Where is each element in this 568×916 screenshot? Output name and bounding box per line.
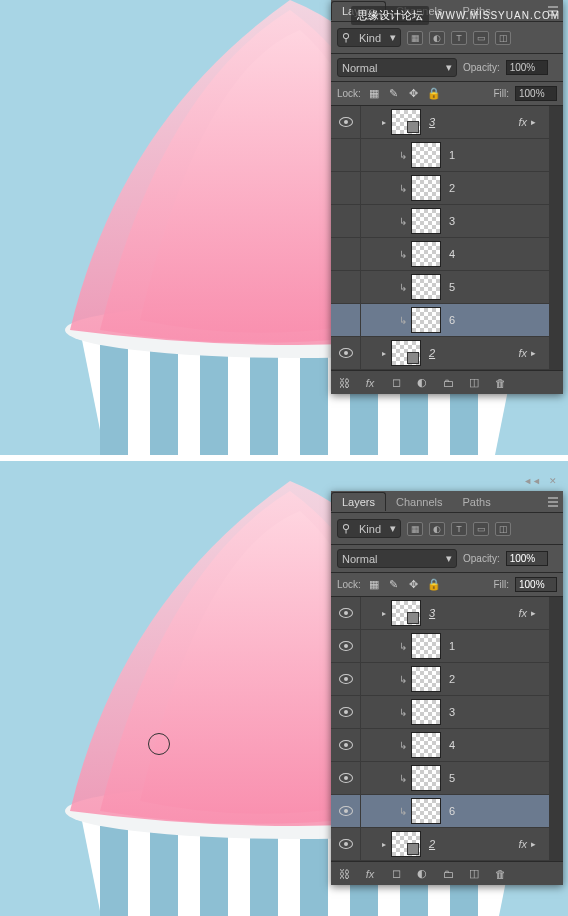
layer-thumbnail[interactable] — [391, 831, 421, 857]
lock-transparency-icon[interactable]: ▦ — [367, 87, 381, 101]
layer-row[interactable]: ▸3fx▸ — [331, 106, 549, 139]
layer-row[interactable]: ↳6 — [331, 795, 549, 828]
layer-name[interactable]: 2 — [449, 673, 455, 685]
visibility-toggle[interactable] — [331, 828, 361, 860]
layer-name[interactable]: 6 — [449, 314, 455, 326]
new-layer-icon[interactable]: ◫ — [467, 376, 481, 390]
visibility-toggle[interactable] — [331, 630, 361, 662]
visibility-toggle[interactable] — [331, 337, 361, 369]
layer-thumbnail[interactable] — [411, 699, 441, 725]
new-group-icon[interactable]: 🗀 — [441, 376, 455, 390]
visibility-toggle[interactable] — [331, 762, 361, 794]
layer-thumbnail[interactable] — [411, 142, 441, 168]
filter-pixel-icon[interactable]: ▦ — [407, 31, 423, 45]
lock-all-icon[interactable]: 🔒 — [427, 578, 441, 592]
layer-name[interactable]: 5 — [449, 772, 455, 784]
layer-name[interactable]: 3 — [429, 607, 435, 619]
fill-value[interactable]: 100% — [515, 86, 557, 101]
fx-indicator[interactable]: fx — [518, 347, 527, 359]
lock-position-icon[interactable]: ✥ — [407, 87, 421, 101]
fx-toggle-icon[interactable]: ▸ — [531, 839, 543, 849]
layer-name[interactable]: 3 — [429, 116, 435, 128]
layer-row[interactable]: ↳3 — [331, 696, 549, 729]
layer-row[interactable]: ▸2fx▸ — [331, 337, 549, 370]
tab-layers[interactable]: Layers — [331, 492, 386, 511]
layer-name[interactable]: 5 — [449, 281, 455, 293]
layer-thumbnail[interactable] — [411, 633, 441, 659]
filter-kind-select[interactable]: ⚲ Kind ▾ — [337, 519, 401, 538]
layer-row[interactable]: ▸2fx▸ — [331, 828, 549, 861]
blend-mode-select[interactable]: Normal ▾ — [337, 549, 457, 568]
layer-name[interactable]: 1 — [449, 640, 455, 652]
add-adjustment-icon[interactable]: ◐ — [415, 867, 429, 881]
layer-thumbnail[interactable] — [411, 798, 441, 824]
delete-layer-icon[interactable]: 🗑 — [493, 376, 507, 390]
layer-thumbnail[interactable] — [391, 340, 421, 366]
new-group-icon[interactable]: 🗀 — [441, 867, 455, 881]
add-fx-icon[interactable]: fx — [363, 867, 377, 881]
lock-position-icon[interactable]: ✥ — [407, 578, 421, 592]
lock-transparency-icon[interactable]: ▦ — [367, 578, 381, 592]
visibility-toggle[interactable] — [331, 696, 361, 728]
visibility-toggle[interactable] — [331, 106, 361, 138]
layer-row[interactable]: ↳4 — [331, 238, 549, 271]
add-mask-icon[interactable]: ◻ — [389, 867, 403, 881]
visibility-toggle[interactable] — [331, 597, 361, 629]
layer-name[interactable]: 2 — [449, 182, 455, 194]
add-mask-icon[interactable]: ◻ — [389, 376, 403, 390]
opacity-value[interactable]: 100% — [506, 551, 548, 566]
tab-paths[interactable]: Paths — [453, 493, 501, 511]
layer-thumbnail[interactable] — [411, 274, 441, 300]
layer-thumbnail[interactable] — [411, 666, 441, 692]
layer-name[interactable]: 4 — [449, 739, 455, 751]
layer-row[interactable]: ↳3 — [331, 205, 549, 238]
layer-name[interactable]: 2 — [429, 347, 435, 359]
layer-thumbnail[interactable] — [391, 109, 421, 135]
add-fx-icon[interactable]: fx — [363, 376, 377, 390]
layer-row[interactable]: ↳2 — [331, 663, 549, 696]
chevron-right-icon[interactable]: ▸ — [379, 117, 389, 127]
visibility-toggle[interactable] — [331, 729, 361, 761]
layer-name[interactable]: 6 — [449, 805, 455, 817]
opacity-value[interactable]: 100% — [506, 60, 548, 75]
filter-pixel-icon[interactable]: ▦ — [407, 522, 423, 536]
chevron-right-icon[interactable]: ▸ — [379, 348, 389, 358]
collapse-icon[interactable]: ◄◄ — [523, 476, 541, 486]
visibility-toggle[interactable] — [331, 172, 361, 204]
layer-thumbnail[interactable] — [391, 600, 421, 626]
fx-indicator[interactable]: fx — [518, 838, 527, 850]
layer-thumbnail[interactable] — [411, 765, 441, 791]
fill-value[interactable]: 100% — [515, 577, 557, 592]
layer-row[interactable]: ▸3fx▸ — [331, 597, 549, 630]
scrollbar[interactable] — [549, 597, 563, 861]
visibility-toggle[interactable] — [331, 663, 361, 695]
fx-indicator[interactable]: fx — [518, 116, 527, 128]
layer-row[interactable]: ↳5 — [331, 762, 549, 795]
filter-smart-icon[interactable]: ◫ — [495, 31, 511, 45]
chevron-right-icon[interactable]: ▸ — [379, 608, 389, 618]
scrollbar[interactable] — [549, 106, 563, 370]
add-adjustment-icon[interactable]: ◐ — [415, 376, 429, 390]
tab-channels[interactable]: Channels — [386, 493, 452, 511]
new-layer-icon[interactable]: ◫ — [467, 867, 481, 881]
visibility-toggle[interactable] — [331, 238, 361, 270]
blend-mode-select[interactable]: Normal ▾ — [337, 58, 457, 77]
visibility-toggle[interactable] — [331, 795, 361, 827]
layer-name[interactable]: 4 — [449, 248, 455, 260]
layer-row[interactable]: ↳1 — [331, 139, 549, 172]
filter-type-icon[interactable]: T — [451, 31, 467, 45]
layer-name[interactable]: 3 — [449, 706, 455, 718]
link-layers-icon[interactable]: ⛓ — [337, 376, 351, 390]
filter-type-icon[interactable]: T — [451, 522, 467, 536]
filter-kind-select[interactable]: ⚲ Kind ▾ — [337, 28, 401, 47]
layer-thumbnail[interactable] — [411, 241, 441, 267]
delete-layer-icon[interactable]: 🗑 — [493, 867, 507, 881]
filter-adjustment-icon[interactable]: ◐ — [429, 522, 445, 536]
panel-menu-button[interactable] — [543, 492, 563, 512]
visibility-toggle[interactable] — [331, 205, 361, 237]
filter-smart-icon[interactable]: ◫ — [495, 522, 511, 536]
layer-row[interactable]: ↳5 — [331, 271, 549, 304]
layer-name[interactable]: 1 — [449, 149, 455, 161]
layer-name[interactable]: 3 — [449, 215, 455, 227]
layer-thumbnail[interactable] — [411, 208, 441, 234]
